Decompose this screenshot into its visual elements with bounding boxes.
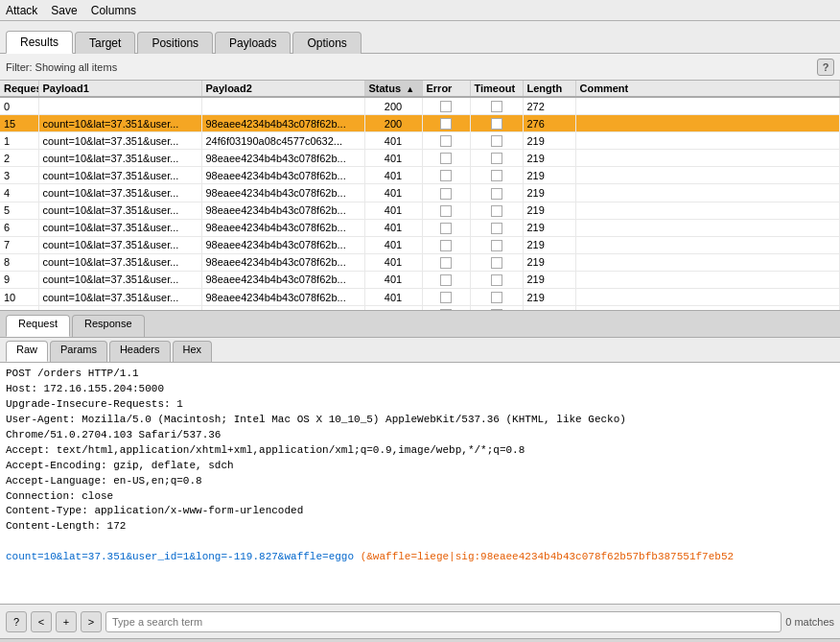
table-row[interactable]: 9 count=10&lat=37.351&user... 98eaee4234… (0, 271, 840, 288)
cell-request: 15 (0, 115, 38, 132)
add-button[interactable]: + (56, 611, 77, 632)
tab-options[interactable]: Options (292, 32, 361, 54)
cell-length: 219 (523, 184, 575, 202)
help-button[interactable]: ? (6, 611, 27, 632)
cell-payload2: 24f6f03190a08c4577c0632... (201, 132, 364, 150)
cell-timeout (470, 150, 523, 167)
col-header-comment[interactable]: Comment (575, 81, 840, 97)
col-header-request[interactable]: Request (0, 81, 38, 97)
cell-comment (575, 167, 840, 184)
col-header-error[interactable]: Error (422, 81, 470, 97)
sub-tab-raw[interactable]: Raw (6, 341, 48, 362)
sub-tab-hex[interactable]: Hex (173, 341, 213, 362)
cell-error (422, 202, 470, 219)
tab-payloads[interactable]: Payloads (215, 32, 291, 54)
cell-timeout (470, 167, 523, 184)
payload-suffix: (&waffle=liege|sig:98eaee4234b4b43c078f6… (354, 551, 734, 562)
cell-status: 401 (364, 167, 422, 184)
tab-request[interactable]: Request (6, 315, 70, 337)
col-header-payload2[interactable]: Payload2 (201, 81, 364, 97)
search-input[interactable] (105, 611, 782, 632)
req-resp-tabs: Request Response (0, 311, 840, 338)
table-row[interactable]: 1 count=10&lat=37.351&user... 24f6f03190… (0, 132, 840, 150)
table-row[interactable]: 0 200 272 (0, 97, 840, 115)
cell-error (422, 150, 470, 167)
cell-status: 401 (364, 202, 422, 219)
cell-length: 219 (523, 271, 575, 288)
table-row[interactable]: 3 count=10&lat=37.351&user... 98eaee4234… (0, 167, 840, 184)
cell-payload2: 98eaee4234b4b43c078f62b... (201, 219, 364, 236)
cell-error (422, 306, 470, 311)
cell-timeout (470, 132, 523, 150)
tab-target[interactable]: Target (75, 32, 135, 54)
table-row[interactable]: 11 count=10&lat=37.351&user... 98eaee423… (0, 306, 840, 311)
filter-text: Filter: Showing all items (6, 61, 117, 73)
cell-timeout (470, 219, 523, 236)
table-row[interactable]: 4 count=10&lat=37.351&user... 98eaee4234… (0, 184, 840, 202)
tab-positions[interactable]: Positions (137, 32, 213, 54)
cell-payload1: count=10&lat=37.351&user... (38, 115, 201, 132)
table-row[interactable]: 7 count=10&lat=37.351&user... 98eaee4234… (0, 236, 840, 253)
status-bar: Finished (0, 638, 840, 642)
cell-timeout (470, 306, 523, 311)
sort-arrow-icon: ▲ (406, 84, 414, 94)
cell-payload1: count=10&lat=37.351&user... (38, 271, 201, 288)
cell-error (422, 271, 470, 288)
cell-payload1: count=10&lat=37.351&user... (38, 167, 201, 184)
cell-payload1: count=10&lat=37.351&user... (38, 236, 201, 253)
table-row[interactable]: 15 count=10&lat=37.351&user... 98eaee423… (0, 115, 840, 132)
cell-status: 200 (364, 97, 422, 115)
prev-button[interactable]: < (31, 611, 52, 632)
cell-payload2: 98eaee4234b4b43c078f62b... (201, 236, 364, 253)
cell-comment (575, 202, 840, 219)
sub-tab-headers[interactable]: Headers (109, 341, 171, 362)
cell-status: 401 (364, 253, 422, 271)
cell-length: 219 (523, 150, 575, 167)
col-header-timeout[interactable]: Timeout (470, 81, 523, 97)
col-header-status[interactable]: Status ▲ (364, 81, 422, 97)
table-row[interactable]: 6 count=10&lat=37.351&user... 98eaee4234… (0, 219, 840, 236)
cell-comment (575, 219, 840, 236)
table-row[interactable]: 8 count=10&lat=37.351&user... 98eaee4234… (0, 253, 840, 271)
filter-bar: Filter: Showing all items ? (0, 54, 840, 81)
table-row[interactable]: 10 count=10&lat=37.351&user... 98eaee423… (0, 289, 840, 306)
menu-attack[interactable]: Attack (6, 4, 37, 17)
cell-payload1: count=10&lat=37.351&user... (38, 219, 201, 236)
cell-error (422, 184, 470, 202)
col-header-payload1[interactable]: Payload1 (38, 81, 201, 97)
cell-timeout (470, 115, 523, 132)
cell-timeout (470, 97, 523, 115)
table-row[interactable]: 5 count=10&lat=37.351&user... 98eaee4234… (0, 202, 840, 219)
cell-request: 9 (0, 271, 38, 288)
cell-status: 401 (364, 132, 422, 150)
cell-request: 7 (0, 236, 38, 253)
menu-columns[interactable]: Columns (91, 4, 136, 17)
cell-payload1: count=10&lat=37.351&user... (38, 253, 201, 271)
menu-save[interactable]: Save (51, 4, 77, 17)
cell-payload2: 98eaee4234b4b43c078f62b... (201, 184, 364, 202)
table-row[interactable]: 2 count=10&lat=37.351&user... 98eaee4234… (0, 150, 840, 167)
cell-payload2: 98eaee4234b4b43c078f62b... (201, 289, 364, 306)
results-table: Request Payload1 Payload2 Status ▲ Error… (0, 81, 840, 311)
tab-results[interactable]: Results (6, 31, 73, 54)
cell-error (422, 115, 470, 132)
cell-comment (575, 271, 840, 288)
cell-payload2: 98eaee4234b4b43c078f62b... (201, 271, 364, 288)
cell-payload2: 98eaee4234b4b43c078f62b... (201, 306, 364, 311)
next-button[interactable]: > (81, 611, 102, 632)
cell-comment (575, 253, 840, 271)
tab-response[interactable]: Response (72, 315, 145, 337)
cell-payload1: count=10&lat=37.351&user... (38, 306, 201, 311)
cell-length: 272 (523, 97, 575, 115)
cell-payload1 (38, 97, 201, 115)
cell-payload1: count=10&lat=37.351&user... (38, 289, 201, 306)
filter-help-button[interactable]: ? (817, 59, 834, 76)
cell-status: 401 (364, 271, 422, 288)
cell-error (422, 132, 470, 150)
cell-payload2: 98eaee4234b4b43c078f62b... (201, 202, 364, 219)
col-header-length[interactable]: Length (523, 81, 575, 97)
cell-length: 219 (523, 132, 575, 150)
sub-tab-params[interactable]: Params (50, 341, 107, 362)
cell-error (422, 253, 470, 271)
table-body: 0 200 272 15 count=10&lat=37.351&user...… (0, 97, 840, 311)
